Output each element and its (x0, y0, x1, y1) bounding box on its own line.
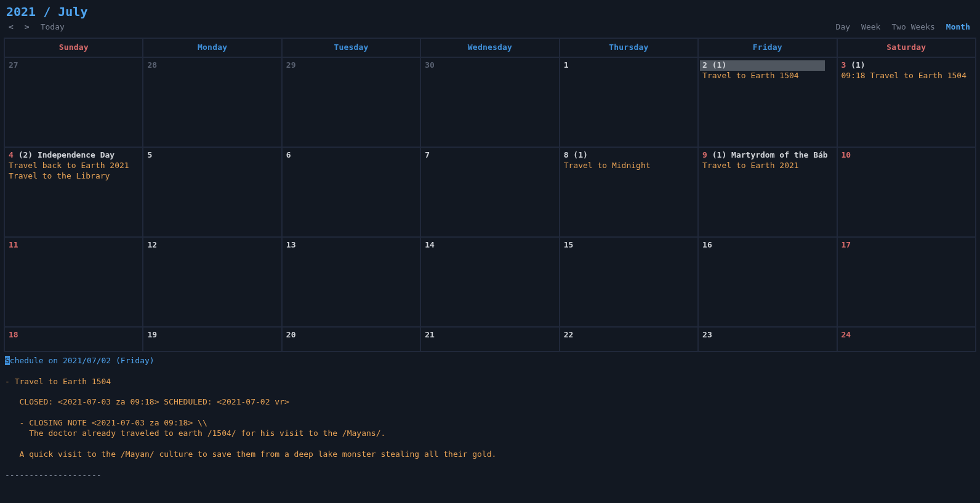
view-week[interactable]: Week (861, 22, 880, 33)
view-month[interactable]: Month (946, 22, 970, 33)
day-cell[interactable]: 11 (4, 237, 143, 327)
prev-button[interactable]: < (9, 22, 14, 33)
detail-line: -------------------- (5, 470, 975, 481)
day-header: 12 (147, 240, 277, 251)
day-header: 22 (564, 330, 694, 340)
detail-line: - Travel to Earth 1504 (5, 377, 975, 387)
day-cell[interactable]: 13 (282, 237, 420, 327)
detail-line: The doctor already traveled to earth /15… (5, 429, 975, 439)
day-cell[interactable]: 15 (560, 237, 698, 327)
day-header: 15 (564, 240, 694, 251)
day-cell[interactable]: 27 (4, 57, 143, 147)
detail-heading: Schedule on 2021/07/02 (Friday) (5, 356, 155, 365)
day-cell[interactable]: 3 (1)09:18 Travel to Earth 1504 (837, 57, 976, 147)
detail-line (5, 439, 975, 449)
detail-line: A quick visit to the /Mayan/ culture to … (5, 449, 975, 460)
day-cell[interactable]: 24 (837, 327, 976, 352)
day-cell[interactable]: 21 (420, 327, 559, 352)
weekday-header: Thursday (560, 38, 698, 57)
nav-bar: < > Today Day Week Two Weeks Month (4, 21, 976, 38)
day-cell[interactable]: 1 (560, 57, 698, 147)
day-header: 11 (9, 240, 139, 251)
day-cell[interactable]: 4 (2) Independence DayTravel back to Ear… (4, 147, 143, 237)
weekday-header: Wednesday (420, 38, 559, 57)
day-header: 7 (425, 150, 555, 161)
next-button[interactable]: > (25, 22, 30, 33)
detail-line (5, 408, 975, 418)
weekday-header: Friday (698, 38, 837, 57)
page-title: 2021 / July (4, 0, 976, 21)
day-cell[interactable]: 23 (698, 327, 837, 352)
calendar-grid: SundayMondayTuesdayWednesdayThursdayFrid… (4, 38, 976, 352)
event[interactable]: Travel back to Earth 2021 (9, 161, 139, 171)
day-header: 4 (2) Independence Day (9, 150, 139, 161)
event[interactable]: Travel to the Library (9, 171, 139, 182)
weekday-header: Saturday (837, 38, 976, 57)
day-header: 5 (147, 150, 277, 161)
day-header: 28 (147, 60, 277, 71)
day-cell[interactable]: 29 (282, 57, 420, 147)
day-header: 9 (1) Martyrdom of the Báb (702, 150, 832, 161)
day-header: 1 (564, 60, 694, 71)
day-header: 20 (286, 330, 416, 340)
detail-panel: Schedule on 2021/07/02 (Friday) - Travel… (4, 352, 976, 485)
view-day[interactable]: Day (836, 22, 850, 33)
day-cell[interactable]: 14 (420, 237, 559, 327)
day-cell[interactable]: 6 (282, 147, 420, 237)
day-header: 19 (147, 330, 277, 340)
day-cell[interactable]: 12 (143, 237, 281, 327)
detail-line: CLOSED: <2021-07-03 za 09:18> SCHEDULED:… (5, 397, 975, 408)
day-cell[interactable]: 9 (1) Martyrdom of the BábTravel to Eart… (698, 147, 837, 237)
weekday-header: Monday (143, 38, 281, 57)
day-header: 21 (425, 330, 555, 340)
day-cell[interactable]: 18 (4, 327, 143, 352)
day-cell[interactable]: 17 (837, 237, 976, 327)
detail-line (5, 387, 975, 397)
day-cell[interactable]: 22 (560, 327, 698, 352)
day-header: 10 (841, 150, 971, 161)
day-cell[interactable]: 5 (143, 147, 281, 237)
day-cell[interactable]: 8 (1)Travel to Midnight (560, 147, 698, 237)
day-header: 8 (1) (564, 150, 694, 161)
day-header: 13 (286, 240, 416, 251)
day-header: 2 (1) (702, 60, 726, 71)
day-header: 30 (425, 60, 555, 71)
event[interactable]: Travel to Earth 2021 (702, 161, 832, 171)
day-cell[interactable]: 30 (420, 57, 559, 147)
text-cursor: S (5, 356, 10, 365)
day-header: 3 (1) (841, 60, 971, 71)
day-header: 6 (286, 150, 416, 161)
day-header: 23 (702, 330, 832, 340)
day-header: 18 (9, 330, 139, 340)
event[interactable]: 09:18 Travel to Earth 1504 (841, 71, 971, 81)
day-header: 29 (286, 60, 416, 71)
day-cell[interactable]: 10 (837, 147, 976, 237)
day-header: 17 (841, 240, 971, 251)
day-header: 16 (702, 240, 832, 251)
day-cell[interactable]: 20 (282, 327, 420, 352)
event[interactable]: Travel to Earth 1504 (702, 71, 832, 81)
day-cell[interactable]: 2 (1)Travel to Earth 1504 (698, 57, 837, 147)
day-cell[interactable]: 16 (698, 237, 837, 327)
day-header: 27 (9, 60, 139, 71)
day-cell[interactable]: 28 (143, 57, 281, 147)
detail-line (5, 460, 975, 470)
detail-line: - CLOSING NOTE <2021-07-03 za 09:18> \\ (5, 418, 975, 429)
today-button[interactable]: Today (41, 22, 65, 33)
day-header: 14 (425, 240, 555, 251)
weekday-header: Tuesday (282, 38, 420, 57)
event[interactable]: Travel to Midnight (564, 161, 694, 171)
detail-line (5, 366, 975, 377)
view-two-weeks[interactable]: Two Weeks (891, 22, 934, 33)
day-cell[interactable]: 19 (143, 327, 281, 352)
weekday-header: Sunday (4, 38, 143, 57)
day-cell[interactable]: 7 (420, 147, 559, 237)
day-header: 24 (841, 330, 971, 340)
